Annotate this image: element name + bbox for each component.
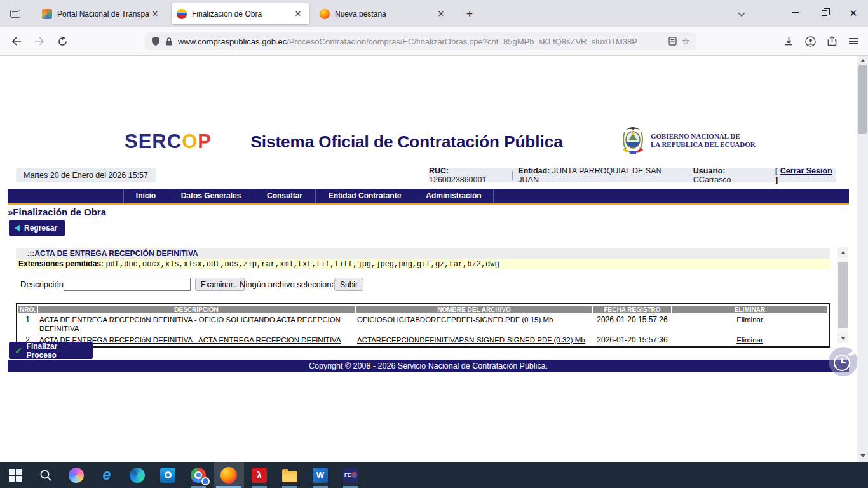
search-icon: [39, 469, 52, 482]
taskbar-acrobat-button[interactable]: λ: [244, 462, 275, 488]
account-button[interactable]: [799, 32, 821, 50]
header-nro: NRO.: [18, 306, 37, 313]
logout-link[interactable]: Cerrar Sesión: [780, 166, 832, 175]
taskbar-word-button[interactable]: W: [305, 462, 336, 488]
back-icon: [11, 37, 22, 46]
nav-item-entidad-contratante[interactable]: Entidad Contratante: [316, 189, 414, 203]
ecuador-favicon-icon: [177, 9, 187, 19]
start-button[interactable]: [0, 462, 31, 488]
row-nro: 1: [18, 315, 37, 334]
scroll-down-arrow-icon[interactable]: [857, 454, 868, 458]
tab-close-icon[interactable]: ✕: [149, 8, 161, 20]
nav-item-consultar[interactable]: Consultar: [254, 189, 316, 203]
window-controls: ✕: [780, 0, 868, 25]
tab-close-icon[interactable]: ✕: [292, 8, 304, 20]
regresar-button[interactable]: Regresar: [9, 220, 65, 236]
description-input[interactable]: [64, 278, 191, 291]
descripcion-link[interactable]: ACTA DE ENTREGA RECEPCIóN DEFINITIVA - O…: [39, 316, 341, 332]
tab-finalizacion-obra[interactable]: Finalización de Obra ✕: [172, 3, 309, 24]
browser-toolbar: www.compraspublicas.gob.ec/ProcesoContra…: [0, 27, 868, 56]
browser-scrollbar[interactable]: [857, 56, 868, 462]
archivo-link[interactable]: OFICIOSOLICITABDORECEPDEFI-SIGNED.PDF (0…: [357, 316, 553, 323]
acrobat-icon: λ: [252, 468, 267, 483]
scroll-up-arrow-icon[interactable]: [857, 59, 868, 62]
taskbar-file-explorer-button[interactable]: [275, 462, 305, 488]
files-table: NRO. DESCRIPCIÓN NOMBRE DEL ARCHIVO FECH…: [16, 303, 830, 348]
close-button[interactable]: ✕: [839, 0, 868, 25]
browser-tabstrip: Portal Nacional de Transparenci ✕ Finali…: [0, 0, 868, 27]
taskbar-outlook-button[interactable]: [153, 462, 183, 488]
checkmark-icon: ✓: [15, 345, 23, 356]
restore-button[interactable]: [810, 0, 839, 25]
firefox-icon: [220, 467, 237, 484]
taskbar-copilot-button[interactable]: [61, 462, 92, 488]
tab-title: Finalización de Obra: [192, 10, 292, 18]
tab-title: Portal Nacional de Transparenci: [57, 10, 149, 18]
taskbar-internet-explorer-button[interactable]: e: [92, 462, 122, 488]
account-icon: [805, 36, 816, 47]
nav-item-administracion[interactable]: Administración: [414, 189, 494, 203]
taskbar-edge-button[interactable]: [122, 462, 153, 488]
scrollbar-thumb[interactable]: [838, 262, 848, 328]
nav-item-inicio[interactable]: Inicio: [124, 189, 168, 203]
tab-portal-transparencia[interactable]: Portal Nacional de Transparenci ✕: [37, 3, 166, 24]
finalizar-proceso-button[interactable]: ✓ Finalizar Proceso: [9, 342, 93, 359]
close-icon: ✕: [850, 8, 858, 18]
edge-icon: [130, 468, 145, 483]
back-button[interactable]: [6, 31, 27, 51]
chrome-profile-badge: [201, 477, 210, 485]
tab-close-icon[interactable]: ✕: [435, 8, 447, 20]
list-all-tabs-chevron-icon[interactable]: [733, 6, 750, 22]
copilot-icon: [69, 468, 84, 483]
restore-icon: [822, 10, 827, 16]
taskbar-firefox-button[interactable]: [214, 462, 244, 488]
content-scrollbar[interactable]: [837, 247, 848, 343]
shield-icon: [151, 36, 160, 46]
share-button[interactable]: [821, 32, 843, 50]
bookmark-star-icon[interactable]: ☆: [682, 36, 690, 47]
downloads-button[interactable]: [778, 32, 799, 50]
eliminar-link[interactable]: Eliminar: [736, 316, 763, 323]
archivo-link[interactable]: ACTARECEPCIONDEFINITIVAPSN-SIGNED-SIGNED…: [357, 336, 585, 344]
tab-nueva-pestana[interactable]: Nueva pestaña ✕: [315, 3, 452, 24]
forward-button[interactable]: [29, 31, 50, 51]
nav-item-datos-generales[interactable]: Datos Generales: [168, 189, 254, 203]
menu-button[interactable]: [843, 32, 864, 50]
browse-button[interactable]: Examinar...: [195, 278, 245, 291]
session-info-bar: RUC: 1260023860001 Entidad: JUNTA PARROQ…: [429, 168, 836, 182]
reload-button[interactable]: [52, 31, 72, 51]
upload-button[interactable]: Subir: [334, 278, 363, 291]
clock-widget-overlay[interactable]: [828, 346, 857, 377]
scroll-up-arrow-icon[interactable]: [837, 247, 848, 257]
internet-explorer-icon: e: [103, 466, 111, 484]
new-tab-button[interactable]: +: [461, 6, 478, 22]
scrollbar-thumb[interactable]: [858, 65, 867, 134]
forward-icon: [34, 37, 44, 46]
minimize-button[interactable]: [780, 0, 810, 25]
government-text: GOBIERNO NACIONAL DE LA REPUBLICA DEL EC…: [651, 132, 756, 149]
header-nombre-archivo: NOMBRE DEL ARCHIVO: [356, 306, 592, 313]
lock-icon: [165, 37, 173, 46]
tab-title: Nueva pestaña: [335, 10, 435, 18]
datetime-bar: Martes 20 de Enero del 2026 15:57: [16, 168, 156, 182]
taskbar-chrome-button[interactable]: [183, 462, 214, 488]
eliminar-link[interactable]: Eliminar: [736, 336, 763, 344]
reader-view-icon[interactable]: [668, 37, 677, 46]
site-title: Sistema Oficial de Contratación Pública: [216, 132, 597, 152]
url-bar[interactable]: www.compraspublicas.gob.ec/ProcesoContra…: [145, 32, 696, 50]
url-text[interactable]: www.compraspublicas.gob.ec/ProcesoContra…: [178, 37, 663, 46]
outlook-icon: [160, 468, 175, 483]
fecha-registro: 2026-01-20 15:57:26: [593, 315, 671, 334]
table-row: 1 ACTA DE ENTREGA RECEPCIóN DEFINITIVA -…: [18, 315, 827, 334]
page-title: »Finalización de Obra: [8, 207, 849, 219]
extensions-bar: Extensiones pemitidas: pdf,doc,docx,xls,…: [16, 259, 830, 269]
header-fecha-registro: FECHA REGISTRO: [593, 306, 671, 313]
firefox-view-button[interactable]: [5, 4, 25, 22]
taskbar-search-button[interactable]: [31, 462, 61, 488]
section-title-bar: .::ACTA DE ENTREGA RECEPCIÓN DEFINITIVA: [16, 248, 830, 259]
taskbar-firmaec-button[interactable]: FE: [336, 462, 366, 488]
scroll-down-arrow-icon[interactable]: [837, 333, 848, 343]
header-eliminar: ELIMINAR: [672, 306, 827, 313]
windows-logo-icon: [9, 469, 22, 482]
firefox-favicon-icon: [320, 9, 330, 19]
